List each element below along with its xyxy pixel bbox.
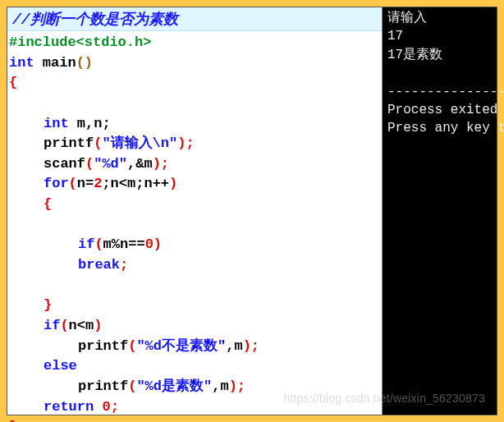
str-prompt: "请输入\n" — [102, 135, 177, 151]
cond-close: ) — [94, 318, 102, 333]
cond-text: n<m — [69, 318, 94, 333]
paren: ) — [153, 156, 161, 172]
decl-vars: m,n; — [69, 116, 111, 131]
paren: ( — [85, 156, 94, 172]
kw-else: else — [44, 358, 77, 374]
kw-if: if — [78, 236, 94, 252]
kw-break: break — [78, 257, 120, 273]
comma-m-2: ,m — [212, 378, 228, 394]
code-editor-pane: //判断一个数是否为素数 #include<stdio.h> int main(… — [7, 7, 383, 415]
semi: ; — [120, 257, 128, 273]
paren: ) — [177, 135, 186, 151]
paren: ) — [169, 176, 177, 191]
num-2: 2 — [94, 176, 102, 191]
kw-int: int — [9, 55, 34, 71]
console-line-4: Process exited — [387, 103, 504, 117]
paren: ) — [229, 378, 237, 394]
semi: ; — [186, 135, 194, 151]
brace-open-inner: { — [44, 196, 52, 212]
console-line-1: 请输入 — [387, 11, 427, 25]
cond-nm: ( — [60, 318, 68, 333]
console-output-pane: 请输入 17 17是素数 --------------- Process exi… — [383, 7, 497, 415]
brace-close: } — [9, 419, 17, 422]
num-0: 0 — [145, 236, 153, 252]
paren: ( — [94, 236, 103, 252]
screenshot-frame: //判断一个数是否为素数 #include<stdio.h> int main(… — [7, 7, 497, 415]
paren: ( — [94, 135, 102, 151]
paren-open: ( — [76, 55, 85, 71]
console-line-5: Press any key t — [387, 121, 504, 135]
paren: ) — [243, 338, 251, 354]
str-isprime: "%d是素数" — [136, 378, 212, 394]
fn-scanf: scanf — [44, 156, 85, 172]
code-body: #include<stdio.h> int main() { int m,n; … — [7, 31, 382, 422]
semi: ; — [237, 378, 245, 394]
code-title-comment: //判断一个数是否为素数 — [7, 7, 382, 31]
for-rest: ;n<m;n++ — [102, 176, 169, 191]
comma-m: ,m — [226, 338, 242, 354]
fn-printf-2: printf — [78, 338, 128, 354]
kw-if-2: if — [44, 318, 60, 333]
paren-close: ) — [85, 55, 93, 71]
fn-printf: printf — [44, 135, 94, 151]
paren: ( — [128, 378, 136, 394]
amp-m: ,&m — [127, 156, 153, 172]
str-d: "%d" — [94, 156, 127, 172]
brace-open: { — [9, 75, 17, 90]
console-divider: --------------- — [387, 85, 504, 99]
num-0-ret: 0 — [94, 399, 110, 415]
for-init-n: n= — [77, 176, 94, 191]
brace-close-inner: } — [44, 297, 52, 313]
semi: ; — [251, 338, 259, 354]
semi: ; — [111, 399, 119, 415]
paren: ( — [128, 338, 136, 354]
paren: ( — [69, 176, 77, 191]
kw-int-decl: int — [44, 116, 69, 131]
fn-printf-3: printf — [78, 378, 128, 394]
console-line-2: 17 — [387, 29, 403, 44]
kw-for: for — [44, 176, 69, 191]
paren: ) — [153, 236, 162, 252]
console-line-3: 17是素数 — [387, 48, 442, 62]
fn-main: main — [34, 55, 76, 71]
kw-return: return — [44, 399, 94, 415]
include-line: #include<stdio.h> — [9, 34, 151, 50]
cond-mod: m%n== — [103, 236, 145, 252]
str-notprime: "%d不是素数" — [136, 338, 226, 354]
semi: ; — [161, 156, 169, 172]
watermark-text: https://blog.csdn.net/weixin_56230873 — [283, 392, 485, 405]
